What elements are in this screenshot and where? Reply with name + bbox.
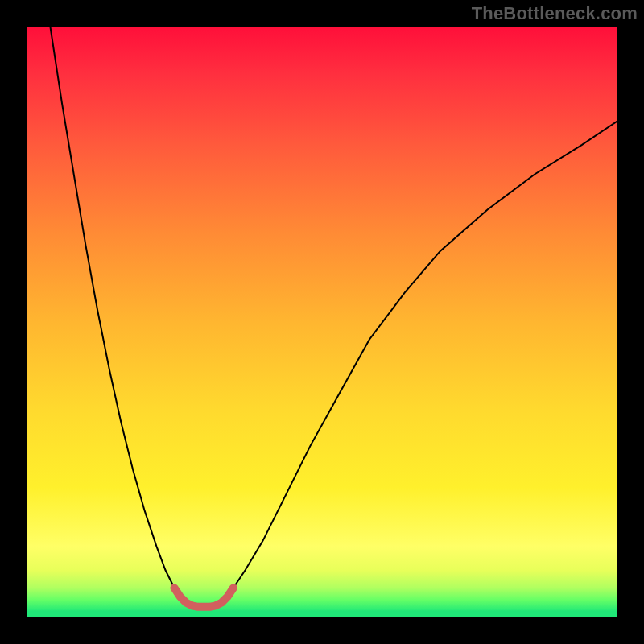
chart-svg <box>27 27 617 617</box>
series-mark <box>175 588 233 607</box>
attribution-label: TheBottleneck.com <box>472 3 638 24</box>
series-curve-right <box>221 121 617 602</box>
series-curve-left <box>50 27 186 603</box>
chart-plot-area <box>27 27 617 617</box>
